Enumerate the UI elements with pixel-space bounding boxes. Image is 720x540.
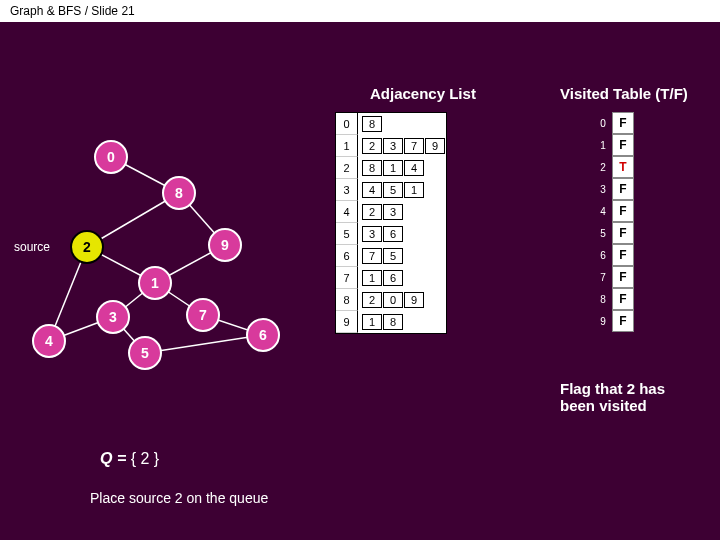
visited-index: 8 xyxy=(594,288,612,310)
visited-row: 1F xyxy=(594,134,634,156)
node-1: 1 xyxy=(138,266,172,300)
adj-row: 675 xyxy=(336,245,446,267)
visited-row: 6F xyxy=(594,244,634,266)
visited-index: 0 xyxy=(594,112,612,134)
adj-cell: 8 xyxy=(362,116,382,132)
adj-row: 8209 xyxy=(336,289,446,311)
visited-cell: F xyxy=(612,266,634,288)
adj-cell: 8 xyxy=(362,160,382,176)
queue-line: Q = { 2 } xyxy=(100,450,159,468)
adj-cell: 7 xyxy=(404,138,424,154)
source-label: source xyxy=(14,240,50,254)
adj-cell: 5 xyxy=(383,248,403,264)
visited-cell: F xyxy=(612,200,634,222)
adj-cell: 3 xyxy=(383,138,403,154)
node-9: 9 xyxy=(208,228,242,262)
place-caption: Place source 2 on the queue xyxy=(90,490,268,506)
node-7: 7 xyxy=(186,298,220,332)
visited-index: 1 xyxy=(594,134,612,156)
adj-cell: 1 xyxy=(383,160,403,176)
adj-index: 7 xyxy=(336,267,358,289)
adj-index: 0 xyxy=(336,113,358,135)
adj-cell: 9 xyxy=(404,292,424,308)
adj-cell: 4 xyxy=(362,182,382,198)
visited-row: 9F xyxy=(594,310,634,332)
visited-row: 4F xyxy=(594,200,634,222)
adj-cell: 1 xyxy=(362,314,382,330)
visited-cell: T xyxy=(612,156,634,178)
adj-cell: 4 xyxy=(404,160,424,176)
adj-index: 2 xyxy=(336,157,358,179)
node-0: 0 xyxy=(94,140,128,174)
visited-row: 8F xyxy=(594,288,634,310)
visited-row: 3F xyxy=(594,178,634,200)
adj-row: 536 xyxy=(336,223,446,245)
queue-content: { 2 } xyxy=(131,450,159,467)
node-3: 3 xyxy=(96,300,130,334)
visited-cell: F xyxy=(612,244,634,266)
visited-table: 0F1F2T3F4F5F6F7F8F9F xyxy=(594,112,634,332)
adj-index: 5 xyxy=(336,223,358,245)
adj-cell: 3 xyxy=(383,204,403,220)
adj-cell: 6 xyxy=(383,270,403,286)
adj-cell: 2 xyxy=(362,204,382,220)
adj-cell: 9 xyxy=(425,138,445,154)
adj-cell: 0 xyxy=(383,292,403,308)
adj-index: 4 xyxy=(336,201,358,223)
adj-cell: 7 xyxy=(362,248,382,264)
node-4: 4 xyxy=(32,324,66,358)
visited-cell: F xyxy=(612,222,634,244)
node-5: 5 xyxy=(128,336,162,370)
visited-row: 5F xyxy=(594,222,634,244)
adj-cell: 1 xyxy=(404,182,424,198)
visited-cell: F xyxy=(612,112,634,134)
visited-row: 7F xyxy=(594,266,634,288)
adj-cell: 1 xyxy=(362,270,382,286)
adj-row: 716 xyxy=(336,267,446,289)
visited-cell: F xyxy=(612,134,634,156)
visited-index: 4 xyxy=(594,200,612,222)
adj-index: 6 xyxy=(336,245,358,267)
visited-cell: F xyxy=(612,178,634,200)
adjacency-list: 0812379281434514235366757168209918 xyxy=(335,112,447,334)
adj-row: 918 xyxy=(336,311,446,333)
adj-index: 8 xyxy=(336,289,358,311)
adj-row: 423 xyxy=(336,201,446,223)
visited-index: 9 xyxy=(594,310,612,332)
visited-index: 6 xyxy=(594,244,612,266)
adj-cell: 2 xyxy=(362,292,382,308)
adj-index: 1 xyxy=(336,135,358,157)
visited-index: 7 xyxy=(594,266,612,288)
adj-cell: 5 xyxy=(383,182,403,198)
adjacency-title: Adjacency List xyxy=(370,85,476,102)
visited-index: 3 xyxy=(594,178,612,200)
adj-row: 2814 xyxy=(336,157,446,179)
adj-row: 3451 xyxy=(336,179,446,201)
node-6: 6 xyxy=(246,318,280,352)
visited-title: Visited Table (T/F) xyxy=(560,85,688,102)
slide-header: Graph & BFS / Slide 21 xyxy=(0,0,720,22)
adj-cell: 8 xyxy=(383,314,403,330)
adj-cell: 2 xyxy=(362,138,382,154)
adj-cell: 3 xyxy=(362,226,382,242)
visited-row: 2T xyxy=(594,156,634,178)
visited-row: 0F xyxy=(594,112,634,134)
visited-index: 2 xyxy=(594,156,612,178)
visited-cell: F xyxy=(612,288,634,310)
adj-index: 3 xyxy=(336,179,358,201)
adj-row: 08 xyxy=(336,113,446,135)
visited-cell: F xyxy=(612,310,634,332)
node-2: 2 xyxy=(70,230,104,264)
adj-row: 12379 xyxy=(336,135,446,157)
queue-label: Q = xyxy=(100,450,131,467)
adj-cell: 6 xyxy=(383,226,403,242)
adj-index: 9 xyxy=(336,311,358,333)
visited-index: 5 xyxy=(594,222,612,244)
flag-annotation: Flag that 2 has been visited xyxy=(560,380,700,414)
node-8: 8 xyxy=(162,176,196,210)
